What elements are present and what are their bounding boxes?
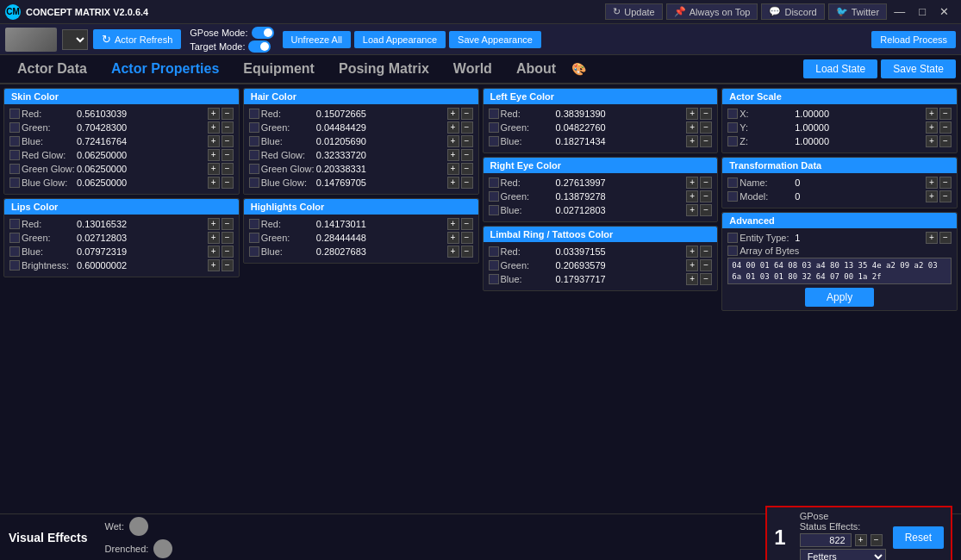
actor-dropdown[interactable] <box>62 29 88 50</box>
transform-name-plus[interactable]: + <box>926 177 938 189</box>
skin-blue-minus[interactable]: − <box>222 135 234 147</box>
hl-red-plus[interactable]: + <box>447 218 459 230</box>
scale-y-checkbox[interactable] <box>727 122 738 133</box>
always-on-top-button[interactable]: 📌 Always on Top <box>666 3 758 20</box>
gpose-mode-toggle[interactable] <box>252 27 274 39</box>
hl-green-plus[interactable]: + <box>447 232 459 244</box>
gpose-plus[interactable]: + <box>855 534 867 546</box>
reload-process-button[interactable]: Reload Process <box>871 31 956 48</box>
skin-blueglow-checkbox[interactable] <box>9 177 20 188</box>
skin-greenglow-checkbox[interactable] <box>9 164 20 174</box>
lips-green-checkbox[interactable] <box>9 233 20 243</box>
hair-red-checkbox[interactable] <box>249 109 259 119</box>
hl-red-checkbox[interactable] <box>249 219 259 229</box>
lr-blue-plus[interactable]: + <box>686 273 698 285</box>
lr-blue-minus[interactable]: − <box>700 273 712 285</box>
leye-green-plus[interactable]: + <box>686 121 698 134</box>
leye-green-checkbox[interactable] <box>489 122 499 133</box>
actor-refresh-button[interactable]: ↻ Actor Refresh <box>93 29 181 49</box>
hair-green-minus[interactable]: − <box>461 121 473 134</box>
skin-green-minus[interactable]: − <box>222 121 234 134</box>
lr-blue-checkbox[interactable] <box>489 274 499 284</box>
lips-brightness-checkbox[interactable] <box>9 260 20 271</box>
hl-green-minus[interactable]: − <box>461 232 473 244</box>
lips-brightness-minus[interactable]: − <box>222 259 234 271</box>
skin-blueglow-minus[interactable]: − <box>222 177 234 189</box>
leye-blue-minus[interactable]: − <box>700 135 712 147</box>
tab-actor-data[interactable]: Actor Data <box>5 54 99 84</box>
palette-icon[interactable]: 🎨 <box>571 62 586 76</box>
leye-blue-checkbox[interactable] <box>489 136 499 146</box>
lr-green-checkbox[interactable] <box>489 260 499 271</box>
hair-redglow-minus[interactable]: − <box>461 149 473 161</box>
minimize-button[interactable]: — <box>887 5 912 18</box>
wet-toggle[interactable] <box>129 517 148 536</box>
load-state-button[interactable]: Load State <box>803 59 877 78</box>
scale-x-minus[interactable]: − <box>939 108 952 120</box>
scale-y-plus[interactable]: + <box>926 121 938 134</box>
transform-model-minus[interactable]: − <box>939 190 952 202</box>
scale-y-minus[interactable]: − <box>939 121 952 134</box>
gpose-dropdown[interactable]: Fetters <box>800 549 886 561</box>
array-bytes-checkbox[interactable] <box>727 246 738 256</box>
transform-name-minus[interactable]: − <box>939 177 952 189</box>
leye-green-minus[interactable]: − <box>700 121 712 134</box>
lips-blue-plus[interactable]: + <box>208 246 220 258</box>
reye-red-minus[interactable]: − <box>700 177 712 189</box>
hl-blue-checkbox[interactable] <box>249 246 259 257</box>
hair-blueglow-checkbox[interactable] <box>249 177 259 188</box>
twitter-button[interactable]: 🐦 Twitter <box>828 3 887 20</box>
drenched-toggle[interactable] <box>153 539 172 558</box>
reye-green-plus[interactable]: + <box>686 190 698 202</box>
entity-minus[interactable]: − <box>939 232 952 244</box>
scale-z-plus[interactable]: + <box>926 135 938 147</box>
unfreeze-all-button[interactable]: Unfreeze All <box>283 31 351 48</box>
reye-red-checkbox[interactable] <box>489 177 499 188</box>
reye-blue-minus[interactable]: − <box>700 204 712 216</box>
update-button[interactable]: ↻ Update <box>605 3 662 20</box>
hair-redglow-checkbox[interactable] <box>249 150 259 160</box>
lips-red-minus[interactable]: − <box>222 218 234 230</box>
entity-type-checkbox[interactable] <box>727 233 738 243</box>
lips-green-plus[interactable]: + <box>208 232 220 244</box>
hair-blue-minus[interactable]: − <box>461 135 473 147</box>
hair-red-plus[interactable]: + <box>447 108 459 120</box>
lr-red-minus[interactable]: − <box>700 246 712 258</box>
tab-about[interactable]: About <box>504 54 568 84</box>
hair-greenglow-plus[interactable]: + <box>447 163 459 175</box>
scale-x-checkbox[interactable] <box>727 109 738 119</box>
lr-red-checkbox[interactable] <box>489 246 499 257</box>
hl-blue-plus[interactable]: + <box>447 246 459 258</box>
skin-redglow-plus[interactable]: + <box>208 149 220 161</box>
tab-posing-matrix[interactable]: Posing Matrix <box>327 54 441 84</box>
load-appearance-button[interactable]: Load Appearance <box>354 31 446 48</box>
transform-model-plus[interactable]: + <box>926 190 938 202</box>
target-mode-toggle[interactable] <box>248 40 271 53</box>
hair-redglow-plus[interactable]: + <box>447 149 459 161</box>
transform-name-checkbox[interactable] <box>727 177 738 188</box>
hair-green-checkbox[interactable] <box>249 122 259 133</box>
hair-blue-checkbox[interactable] <box>249 136 259 146</box>
leye-blue-plus[interactable]: + <box>686 135 698 147</box>
skin-green-checkbox[interactable] <box>9 122 20 133</box>
skin-red-minus[interactable]: − <box>222 108 234 120</box>
reye-green-checkbox[interactable] <box>489 191 499 202</box>
hair-green-plus[interactable]: + <box>447 121 459 134</box>
save-appearance-button[interactable]: Save Appearance <box>449 31 541 48</box>
skin-red-checkbox[interactable] <box>9 109 20 119</box>
skin-redglow-minus[interactable]: − <box>222 149 234 161</box>
lr-green-plus[interactable]: + <box>686 259 698 271</box>
hair-red-minus[interactable]: − <box>461 108 473 120</box>
apply-button[interactable]: Apply <box>805 288 874 307</box>
skin-green-plus[interactable]: + <box>208 121 220 134</box>
hl-red-minus[interactable]: − <box>461 218 473 230</box>
skin-blue-plus[interactable]: + <box>208 135 220 147</box>
hair-greenglow-checkbox[interactable] <box>249 164 259 174</box>
lips-brightness-plus[interactable]: + <box>208 259 220 271</box>
save-state-button[interactable]: Save State <box>881 59 956 78</box>
reye-red-plus[interactable]: + <box>686 177 698 189</box>
lips-blue-checkbox[interactable] <box>9 246 20 257</box>
lips-green-minus[interactable]: − <box>222 232 234 244</box>
skin-redglow-checkbox[interactable] <box>9 150 20 160</box>
reye-green-minus[interactable]: − <box>700 190 712 202</box>
